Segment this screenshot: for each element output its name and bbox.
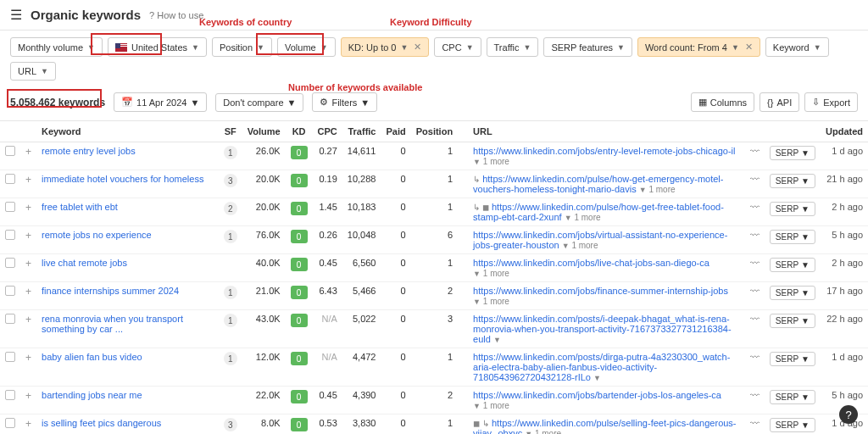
serp-button[interactable]: SERP ▼ <box>770 202 815 216</box>
url-link[interactable]: https://www.linkedin.com/posts/i-deepak-… <box>473 314 732 344</box>
trend-icon[interactable]: 〰 <box>750 230 760 240</box>
serp-button[interactable]: SERP ▼ <box>770 286 815 300</box>
more-link[interactable]: ▼ 1 more <box>473 401 509 410</box>
filter-url[interactable]: URL▼ <box>10 62 56 81</box>
serp-button[interactable]: SERP ▼ <box>770 314 815 328</box>
expand-icon[interactable]: + <box>25 174 31 186</box>
col-cpc[interactable]: CPC <box>313 121 342 142</box>
filter-country[interactable]: United States▼ <box>108 37 207 57</box>
more-link[interactable]: ▼ 1 more <box>473 297 509 306</box>
url-link[interactable]: https://www.linkedin.com/jobs/virtual-as… <box>473 230 727 250</box>
keyword-link[interactable]: baby alien fan bus video <box>42 352 142 362</box>
row-checkbox[interactable] <box>5 230 15 240</box>
menu-icon[interactable]: ☰ <box>10 7 22 23</box>
expand-icon[interactable]: + <box>25 258 31 270</box>
serp-button[interactable]: SERP ▼ <box>770 418 815 432</box>
col-volume[interactable]: Volume <box>242 121 286 142</box>
col-keyword[interactable]: Keyword <box>36 121 219 142</box>
more-link[interactable]: ▼ 1 more <box>473 157 509 166</box>
trend-icon[interactable]: 〰 <box>750 314 760 324</box>
serp-button[interactable]: SERP ▼ <box>770 390 815 404</box>
filters-button[interactable]: ⚙Filters▼ <box>312 92 377 112</box>
row-checkbox[interactable] <box>5 352 15 362</box>
api-button[interactable]: {} API <box>760 92 799 112</box>
trend-icon[interactable]: 〰 <box>750 352 760 362</box>
expand-icon[interactable]: + <box>25 418 31 430</box>
keyword-link[interactable]: remote entry level jobs <box>42 146 136 156</box>
close-icon[interactable]: ✕ <box>414 42 421 53</box>
filter-traffic[interactable]: Traffic▼ <box>487 37 539 57</box>
col-kd[interactable]: KD <box>286 121 313 142</box>
expand-icon[interactable]: + <box>25 230 31 242</box>
more-link[interactable]: ▼ 1 more <box>473 269 509 278</box>
trend-icon[interactable]: 〰 <box>750 174 760 184</box>
help-button[interactable]: ? <box>839 405 858 424</box>
filter-volume-period[interactable]: Monthly volume▼ <box>10 37 103 57</box>
col-paid[interactable]: Paid <box>381 121 410 142</box>
keyword-link[interactable]: rena monrovia when you transport somethi… <box>42 314 183 334</box>
serp-button[interactable]: SERP ▼ <box>770 352 815 366</box>
filter-position[interactable]: Position▼ <box>212 37 272 57</box>
serp-button[interactable]: SERP ▼ <box>770 146 815 160</box>
expand-icon[interactable]: + <box>25 286 31 298</box>
more-link[interactable]: ▼ 1 more <box>639 185 676 194</box>
columns-button[interactable]: ▦ Columns <box>691 92 754 112</box>
trend-icon[interactable]: 〰 <box>750 390 760 400</box>
expand-icon[interactable]: + <box>25 390 31 402</box>
col-url[interactable]: URL <box>468 121 745 142</box>
filter-kd[interactable]: KD: Up to 0▼✕ <box>341 37 430 57</box>
date-picker[interactable]: 📅11 Apr 2024▼ <box>114 92 207 112</box>
expand-icon[interactable]: + <box>25 202 31 214</box>
row-checkbox[interactable] <box>5 286 15 296</box>
keyword-link[interactable]: is selling feet pics dangerous <box>42 418 161 428</box>
row-checkbox[interactable] <box>5 146 15 156</box>
col-sf[interactable]: SF <box>219 121 242 142</box>
filter-cpc[interactable]: CPC▼ <box>434 37 481 57</box>
trend-icon[interactable]: 〰 <box>750 418 760 428</box>
keyword-link[interactable]: bartending jobs near me <box>42 390 142 400</box>
col-traffic[interactable]: Traffic <box>342 121 381 142</box>
col-updated[interactable]: Updated <box>821 121 868 142</box>
close-icon[interactable]: ✕ <box>745 42 753 53</box>
trend-icon[interactable]: 〰 <box>750 146 760 156</box>
filter-serp[interactable]: SERP features▼ <box>543 37 632 57</box>
serp-button[interactable]: SERP ▼ <box>770 174 815 188</box>
row-checkbox[interactable] <box>5 202 15 212</box>
expand-icon[interactable]: + <box>25 352 31 364</box>
url-link[interactable]: https://www.linkedin.com/posts/dirga-put… <box>473 352 730 382</box>
filter-wordcount[interactable]: Word count: From 4▼✕ <box>637 37 760 57</box>
row-checkbox[interactable] <box>5 390 15 400</box>
compare-select[interactable]: Don't compare▼ <box>215 93 303 112</box>
keyword-link[interactable]: free tablet with ebt <box>42 202 118 212</box>
keyword-link[interactable]: immediate hotel vouchers for homeless <box>42 174 203 184</box>
more-link[interactable]: ▼ 1 more <box>525 429 561 434</box>
url-link[interactable]: https://www.linkedin.com/jobs/entry-leve… <box>473 146 735 156</box>
export-button[interactable]: ⇩ Export <box>804 92 858 112</box>
row-checkbox[interactable] <box>5 174 15 184</box>
keyword-count: 5,058,462 keywords <box>10 97 105 108</box>
url-link[interactable]: https://www.linkedin.com/jobs/live-chat-… <box>473 258 709 268</box>
url-link[interactable]: https://www.linkedin.com/jobs/finance-su… <box>473 286 728 296</box>
trend-icon[interactable]: 〰 <box>750 286 760 296</box>
url-link[interactable]: https://www.linkedin.com/pulse/how-get-e… <box>473 174 723 194</box>
more-link[interactable]: ▼ 1 more <box>562 241 598 250</box>
serp-button[interactable]: SERP ▼ <box>770 258 815 272</box>
expand-icon[interactable]: + <box>25 146 31 158</box>
filter-keyword[interactable]: Keyword▼ <box>765 37 829 57</box>
keyword-link[interactable]: live chat remote jobs <box>42 258 127 268</box>
url-link[interactable]: https://www.linkedin.com/jobs/bartender-… <box>473 390 721 400</box>
more-link[interactable]: ▼ 1 more <box>565 213 601 222</box>
keyword-link[interactable]: finance internships summer 2024 <box>42 286 179 296</box>
expand-icon[interactable]: + <box>25 314 31 326</box>
row-checkbox[interactable] <box>5 314 15 324</box>
row-checkbox[interactable] <box>5 258 15 268</box>
row-checkbox[interactable] <box>5 418 15 428</box>
how-to-use[interactable]: ? How to use <box>149 10 203 20</box>
trend-icon[interactable]: 〰 <box>750 202 760 212</box>
col-position[interactable]: Position <box>411 121 458 142</box>
keyword-link[interactable]: remote jobs no experience <box>42 230 152 240</box>
trend-icon[interactable]: 〰 <box>750 258 760 268</box>
url-link[interactable]: https://www.linkedin.com/pulse/selling-f… <box>473 418 736 434</box>
serp-button[interactable]: SERP ▼ <box>770 230 815 244</box>
filter-volume[interactable]: Volume▼ <box>277 37 336 57</box>
